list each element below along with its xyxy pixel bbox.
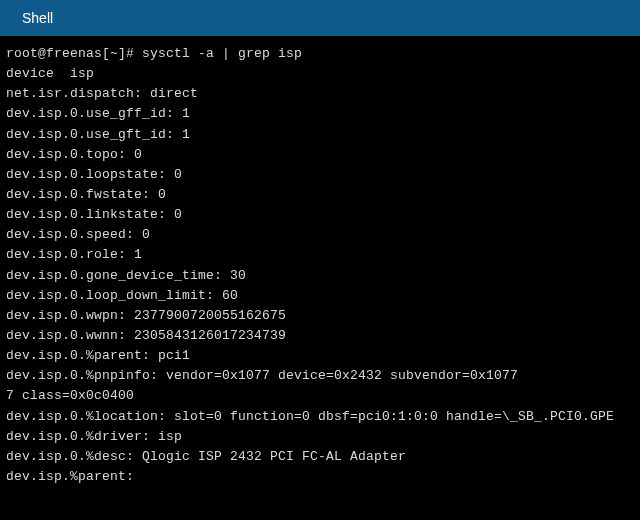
output-line: dev.isp.0.wwnn: 2305843126017234739	[6, 328, 286, 343]
output-line: dev.isp.0.use_gft_id: 1	[6, 127, 190, 142]
output-line: dev.isp.0.wwpn: 2377900720055162675	[6, 308, 286, 323]
output-line: dev.isp.0.role: 1	[6, 247, 142, 262]
shell-title: Shell	[22, 10, 53, 26]
output-line: dev.isp.0.speed: 0	[6, 227, 150, 242]
output-line: dev.isp.0.linkstate: 0	[6, 207, 182, 222]
shell-header: Shell	[0, 0, 640, 36]
output-line: net.isr.dispatch: direct	[6, 86, 198, 101]
output-line: dev.isp.0.loopstate: 0	[6, 167, 182, 182]
output-line: dev.isp.0.%location: slot=0 function=0 d…	[6, 409, 614, 424]
output-line: dev.isp.0.%parent: pci1	[6, 348, 190, 363]
output-line: dev.isp.0.loop_down_limit: 60	[6, 288, 238, 303]
output-line: dev.isp.0.topo: 0	[6, 147, 142, 162]
output-line: dev.isp.0.fwstate: 0	[6, 187, 166, 202]
output-line: 7 class=0x0c0400	[6, 388, 134, 403]
output-line: dev.isp.0.%desc: Qlogic ISP 2432 PCI FC-…	[6, 449, 406, 464]
output-line: dev.isp.0.%driver: isp	[6, 429, 182, 444]
output-line: dev.isp.0.gone_device_time: 30	[6, 268, 246, 283]
output-line: device isp	[6, 66, 94, 81]
output-line: dev.isp.0.%pnpinfo: vendor=0x1077 device…	[6, 368, 518, 383]
command: sysctl -a | grep isp	[142, 46, 302, 61]
output-line: dev.isp.0.use_gff_id: 1	[6, 106, 190, 121]
terminal-output[interactable]: root@freenas[~]# sysctl -a | grep isp de…	[0, 36, 640, 520]
output-line: dev.isp.%parent:	[6, 469, 134, 484]
prompt: root@freenas[~]#	[6, 46, 134, 61]
prompt-line: root@freenas[~]# sysctl -a | grep isp	[6, 46, 302, 61]
